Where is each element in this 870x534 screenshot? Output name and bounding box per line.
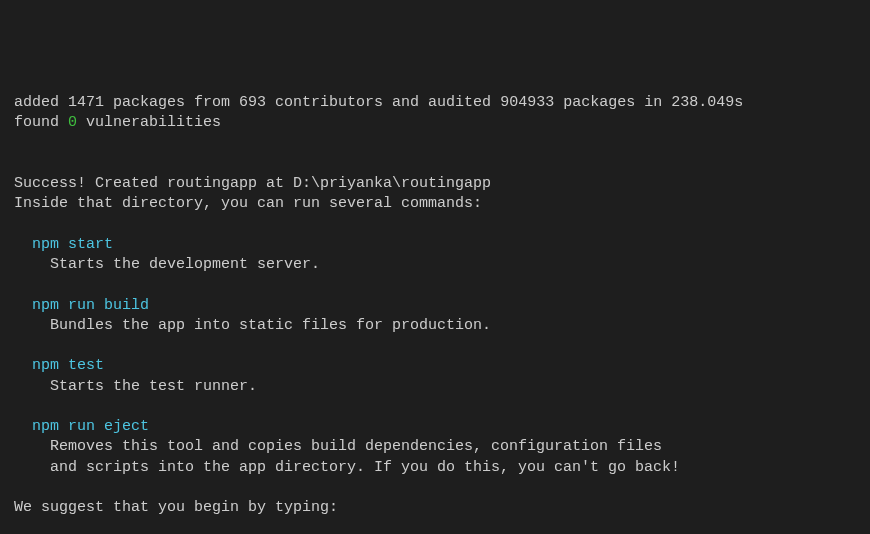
command-desc: Bundles the app into static files for pr… <box>50 317 491 334</box>
command-npm-run-build: npm run build <box>32 297 149 314</box>
command-desc: Removes this tool and copies build depen… <box>50 438 662 455</box>
terminal-output: added 1471 packages from 693 contributor… <box>14 93 856 534</box>
command-desc: Starts the development server. <box>50 256 320 273</box>
vulnerabilities-line: found 0 vulnerabilities <box>14 114 221 131</box>
success-line: Success! Created routingapp at D:\priyan… <box>14 175 491 192</box>
suggestion-intro: We suggest that you begin by typing: <box>14 499 338 516</box>
install-summary-line: added 1471 packages from 693 contributor… <box>14 94 743 111</box>
command-desc: Starts the test runner. <box>50 378 257 395</box>
instructions-line: Inside that directory, you can run sever… <box>14 195 482 212</box>
vuln-count: 0 <box>68 114 77 131</box>
command-npm-start: npm start <box>32 236 113 253</box>
command-desc: and scripts into the app directory. If y… <box>50 459 680 476</box>
command-npm-test: npm test <box>32 357 104 374</box>
command-npm-run-eject: npm run eject <box>32 418 149 435</box>
